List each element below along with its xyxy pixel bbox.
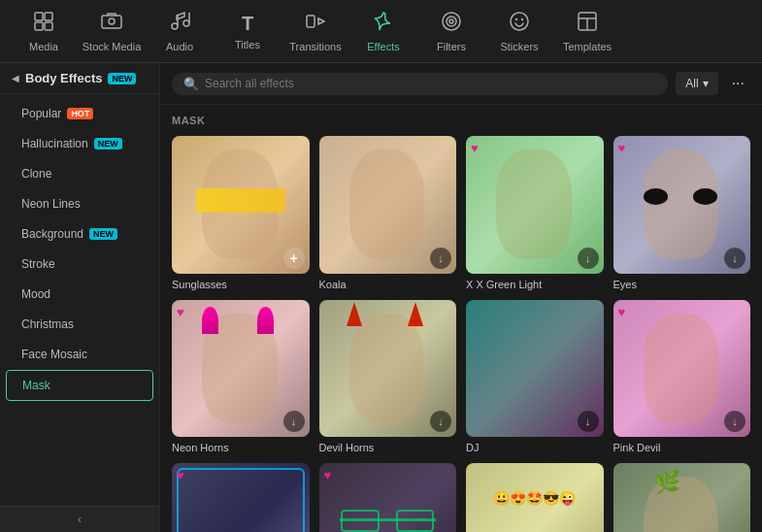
svg-point-14 [521, 17, 523, 19]
effect-thumb-devil-horns: ↓ [319, 300, 457, 438]
effects-grid: + Sunglasses ↓ Koala [172, 136, 750, 532]
templates-icon [577, 11, 598, 37]
effect-thumb-eyes: ♥ ↓ [613, 136, 751, 274]
popular-hot-badge: HOT [67, 108, 93, 119]
effect-card-neon-horns[interactable]: ♥ ↓ Neon Horns [172, 300, 310, 454]
nav-stickers[interactable]: Stickers [485, 2, 553, 60]
add-icon[interactable]: + [283, 248, 305, 269]
sidebar-item-christmas[interactable]: Christmas [6, 310, 153, 339]
body-layout: ◀ Body Effects NEW Popular HOT Hallucina… [0, 63, 762, 532]
svg-point-9 [443, 13, 460, 30]
svg-point-13 [515, 17, 517, 19]
nav-templates[interactable]: Templates [553, 2, 621, 60]
effect-card-dj[interactable]: ↓ DJ [466, 300, 604, 454]
nav-templates-label: Templates [563, 41, 612, 52]
svg-point-12 [511, 13, 528, 30]
effect-card-hud-mask[interactable]: ♥ ↓ Hud Mask [172, 463, 310, 532]
sidebar-item-clone[interactable]: Clone [6, 159, 153, 188]
sidebar-mood-label: Mood [21, 287, 50, 301]
filter-label: All [685, 77, 698, 90]
titles-icon: T [242, 13, 253, 35]
sidebar-item-popular[interactable]: Popular HOT [6, 99, 153, 128]
sidebar-item-hallucination[interactable]: Hallucination NEW [6, 129, 153, 158]
download-icon[interactable]: ↓ [724, 248, 745, 269]
stock-media-icon [101, 11, 122, 37]
svg-point-7 [183, 20, 189, 26]
sidebar-item-face-mosaic[interactable]: Face Mosaic [6, 340, 153, 369]
effect-card-xx-green-light[interactable]: ♥ ↓ X X Green Light [466, 136, 604, 290]
nav-audio[interactable]: Audio [146, 2, 214, 60]
svg-point-6 [172, 23, 178, 29]
sidebar-title: Body Effects [25, 71, 102, 85]
effects-area: MASK + Sunglasses ↓ [160, 105, 762, 532]
effect-thumb-hud-glasses: ♥ ↓ [319, 463, 457, 532]
sidebar-item-mask[interactable]: Mask [6, 370, 153, 401]
more-options-button[interactable]: ··· [726, 71, 750, 96]
sidebar-stroke-label: Stroke [21, 257, 55, 271]
download-icon[interactable]: ↓ [578, 248, 599, 269]
effect-name-sunglasses: Sunglasses [172, 279, 310, 290]
download-icon[interactable]: ↓ [430, 411, 451, 432]
sidebar-item-neon-lines[interactable]: Neon Lines [6, 189, 153, 218]
effect-card-pink-devil[interactable]: ♥ ↓ Pink Devil [613, 300, 751, 454]
download-icon[interactable]: ↓ [578, 411, 599, 432]
download-icon[interactable]: ↓ [430, 248, 451, 269]
effect-thumb-pink-devil: ♥ ↓ [613, 300, 751, 438]
nav-transitions[interactable]: Transitions [282, 2, 349, 60]
effect-thumb-neon-horns: ♥ ↓ [172, 300, 310, 438]
fav-icon: ♥ [324, 468, 332, 482]
effect-thumb-xx-green-light: ♥ ↓ [466, 136, 604, 274]
effect-thumb-emojis: 😀😍🤩😎😜 ↓ [466, 463, 604, 532]
fav-icon: ♥ [177, 305, 184, 319]
nav-stock-media[interactable]: Stock Media [78, 2, 146, 60]
svg-rect-1 [45, 13, 52, 20]
effect-name-pink-devil: Pink Devil [613, 442, 751, 453]
sidebar-popular-label: Popular [21, 107, 61, 120]
nav-filters-label: Filters [437, 41, 466, 52]
nav-media[interactable]: Media [10, 2, 78, 60]
svg-rect-0 [35, 13, 43, 20]
effect-card-devil-horns[interactable]: ↓ Devil Horns [319, 300, 457, 454]
sidebar-item-stroke[interactable]: Stroke [6, 249, 153, 279]
search-input-wrap[interactable]: 🔍 [172, 73, 668, 95]
effect-name-dj: DJ [466, 442, 604, 453]
nav-effects[interactable]: Effects [349, 2, 417, 60]
collapse-icon: ‹ [78, 513, 82, 526]
sidebar-item-background[interactable]: Background NEW [6, 219, 153, 249]
svg-rect-2 [35, 22, 43, 30]
sidebar-item-mood[interactable]: Mood [6, 280, 153, 309]
effect-card-sunglasses[interactable]: + Sunglasses [172, 136, 310, 290]
nav-filters[interactable]: Filters [417, 2, 485, 60]
sidebar-mask-label: Mask [22, 379, 50, 392]
section-label: MASK [172, 115, 750, 126]
download-icon[interactable]: ↓ [283, 411, 305, 432]
filters-icon [441, 11, 462, 37]
nav-audio-label: Audio [166, 41, 193, 52]
effect-thumb-dj: ↓ [466, 300, 604, 438]
sidebar-collapse-arrow[interactable]: ◀ [12, 73, 19, 83]
search-input[interactable] [205, 77, 656, 90]
filter-button[interactable]: All ▾ [676, 72, 717, 95]
effect-card-hud-glasses[interactable]: ♥ ↓ Hud Glasses [319, 463, 457, 532]
effect-card-koala[interactable]: ↓ Koala [319, 136, 457, 290]
effect-card-emojis[interactable]: 😀😍🤩😎😜 ↓ Emojis [466, 463, 604, 532]
fav-icon: ♥ [471, 141, 479, 155]
nav-effects-label: Effects [367, 41, 399, 52]
effect-name-eyes: Eyes [613, 279, 751, 290]
svg-point-5 [109, 18, 115, 24]
svg-rect-3 [45, 22, 52, 30]
effects-icon [373, 11, 394, 37]
svg-rect-8 [307, 16, 315, 27]
sidebar-collapse-button[interactable]: ‹ [0, 506, 159, 532]
search-bar: 🔍 All ▾ ··· [160, 63, 762, 105]
chevron-down-icon: ▾ [703, 77, 709, 90]
top-nav: Media Stock Media Audio T Titles Transit… [0, 0, 762, 63]
effect-card-eyes[interactable]: ♥ ↓ Eyes [613, 136, 751, 290]
nav-titles[interactable]: T Titles [214, 2, 282, 60]
hallucination-new-badge: NEW [94, 138, 122, 150]
sidebar-background-label: Background [21, 227, 83, 241]
download-icon[interactable]: ↓ [724, 411, 745, 432]
nav-stock-label: Stock Media [83, 41, 142, 52]
nav-titles-label: Titles [235, 39, 260, 50]
effect-card-fairy[interactable]: 🌿 ↓ Fairy [613, 463, 751, 532]
